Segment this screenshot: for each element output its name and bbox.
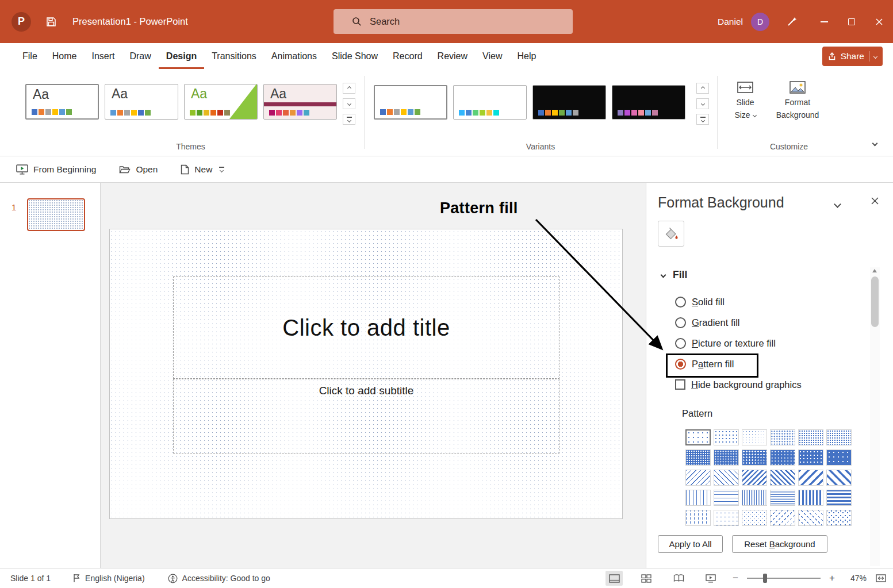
menu-item-animations[interactable]: Animations [264,43,324,69]
menu-item-insert[interactable]: Insert [84,43,122,69]
pattern-swatch-p30[interactable] [798,429,823,445]
search-box[interactable]: Search [334,9,573,34]
pattern-swatch-p70[interactable] [742,449,767,466]
scrollbar-thumb[interactable] [871,276,879,327]
zoom-level[interactable]: 47% [844,574,867,583]
user-name[interactable]: Daniel [718,17,743,27]
variants-scroll-up-button[interactable] [696,83,709,94]
pane-close-icon[interactable] [871,197,879,205]
pattern-swatch-diag-lt-up[interactable] [714,470,739,486]
status-language[interactable]: English (Nigeria) [72,574,144,583]
menu-item-file[interactable]: File [15,43,45,69]
fill-option-gradient-fill[interactable]: Gradient fill [646,312,870,333]
menu-item-review[interactable]: Review [430,43,475,69]
scroll-up-arrow-icon[interactable] [872,269,877,272]
format-background-button[interactable]: Format Background [768,80,827,121]
pattern-swatch-p90[interactable] [826,449,852,466]
zoom-slider[interactable] [747,578,821,579]
pattern-swatch-horz-lt[interactable] [714,490,739,506]
menu-item-draw[interactable]: Draw [122,43,158,69]
from-beginning-button[interactable]: From Beginning [16,164,96,175]
quickbar-more-button[interactable] [219,167,224,172]
apply-to-all-button[interactable]: Apply to All [658,535,723,553]
zoom-in-button[interactable]: + [827,572,837,584]
normal-view-button[interactable] [605,571,623,586]
share-button[interactable]: Share [822,47,883,66]
pattern-swatch-dash-horz[interactable] [714,510,739,526]
theme-card-2[interactable]: Aa [105,84,178,120]
pattern-swatch-diag-wide-up[interactable] [826,470,852,486]
pattern-swatch-diag-dk-dn[interactable] [742,470,767,486]
pattern-swatch-vert-dk[interactable] [798,490,823,506]
fill-option-pattern-fill[interactable]: Pattern fill [646,353,870,374]
themes-scroll-down-button[interactable] [343,98,355,109]
pattern-swatch-p50[interactable] [685,449,711,466]
pane-chevron-down-icon[interactable] [835,199,840,209]
variant-card-3[interactable] [532,85,606,120]
pattern-swatch-p20[interactable] [742,429,767,445]
fill-bucket-icon[interactable] [658,221,684,247]
pattern-swatch-dash-dot[interactable] [742,510,767,526]
fill-option-picture-or-texture-fill[interactable]: Picture or texture fill [646,333,870,353]
variants-more-button[interactable] [696,114,709,125]
pattern-swatch-p5[interactable] [685,429,711,445]
pattern-swatch-p10[interactable] [714,429,739,445]
theme-card-3[interactable]: Aa [184,84,258,120]
status-accessibility[interactable]: Accessibility: Good to go [168,574,270,583]
maximize-button[interactable] [838,0,865,43]
theme-card-4[interactable]: Aa [263,84,337,120]
close-button[interactable] [865,0,893,43]
pattern-swatch-horz-nr[interactable] [770,490,795,506]
slide-size-button[interactable]: Slide Size [726,80,764,121]
presenter-pen-icon[interactable] [787,16,798,27]
pattern-swatch-horz-dk[interactable] [826,490,852,506]
theme-card-1[interactable]: Aa [25,84,99,120]
menu-item-slide-show[interactable]: Slide Show [324,43,385,69]
pattern-swatch-p80[interactable] [798,449,823,466]
themes-more-button[interactable] [343,114,355,125]
pattern-swatch-p75[interactable] [770,449,795,466]
pattern-swatch-vert-lt[interactable] [685,490,711,506]
pattern-swatch-diag-lt-dn[interactable] [685,470,711,486]
pattern-swatch-dash-vert[interactable] [685,510,711,526]
save-icon[interactable] [46,17,56,27]
slide-thumbnail[interactable] [27,198,85,231]
pattern-swatch-vert-nr[interactable] [742,490,767,506]
slideshow-view-button[interactable] [702,571,719,586]
variant-card-2[interactable] [453,85,527,120]
powerpoint-logo-icon[interactable]: P [12,12,31,32]
slide[interactable]: Click to add title Click to add subtitle [109,229,623,519]
minimize-button[interactable] [810,0,838,43]
fill-option-solid-fill[interactable]: Solid fill [646,291,870,312]
avatar[interactable]: D [751,13,769,31]
variant-card-1[interactable] [374,85,447,120]
open-button[interactable]: Open [119,164,158,175]
menu-item-record[interactable]: Record [385,43,430,69]
fit-slide-button[interactable] [876,574,886,582]
title-placeholder[interactable]: Click to add title [173,276,559,379]
fill-section-toggle[interactable]: Fill [661,269,687,281]
variant-card-4[interactable] [612,85,685,120]
collapse-ribbon-icon[interactable] [873,137,877,148]
new-button[interactable]: New [181,164,212,175]
status-slide-info[interactable]: Slide 1 of 1 [10,574,51,583]
menu-item-design[interactable]: Design [159,43,204,69]
pattern-swatch-p25[interactable] [770,429,795,445]
variants-scroll-down-button[interactable] [696,98,709,109]
subtitle-placeholder[interactable]: Click to add subtitle [173,379,559,454]
slide-sorter-view-button[interactable] [638,571,655,586]
menu-item-view[interactable]: View [475,43,509,69]
themes-scroll-up-button[interactable] [343,83,355,94]
reset-background-button[interactable]: Reset Background [732,535,827,553]
menu-item-help[interactable]: Help [509,43,543,69]
pattern-swatch-p60[interactable] [714,449,739,466]
reading-view-button[interactable] [670,571,687,586]
hide-background-graphics-checkbox[interactable]: Hide background graphics [675,374,802,395]
pattern-swatch-confetti[interactable] [826,510,852,526]
pattern-swatch-diag-wide-dn[interactable] [798,470,823,486]
menu-item-home[interactable]: Home [45,43,85,69]
pattern-swatch-dash-up[interactable] [798,510,823,526]
pattern-swatch-p40[interactable] [826,429,852,445]
menu-item-transitions[interactable]: Transitions [204,43,264,69]
zoom-out-button[interactable]: − [731,572,740,584]
